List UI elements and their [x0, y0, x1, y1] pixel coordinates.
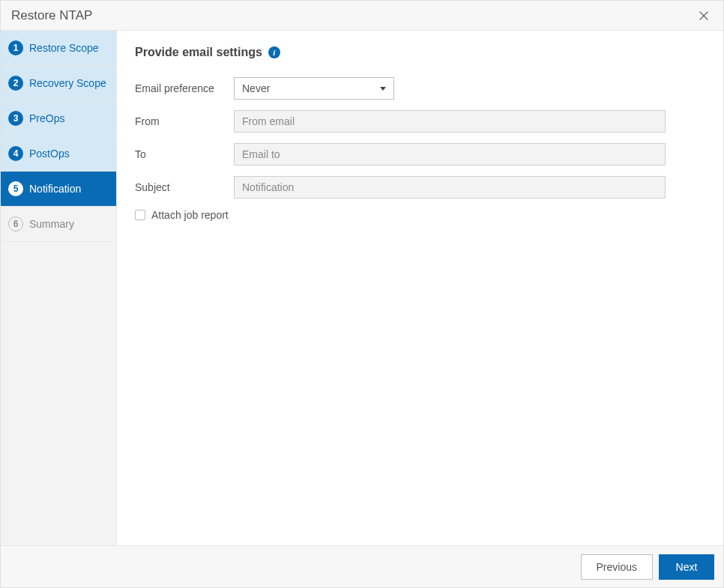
wizard-sidebar: 1 Restore Scope 2 Recovery Scope 3 PreOp…	[1, 31, 117, 545]
step-label: Restore Scope	[29, 42, 99, 54]
close-icon	[698, 10, 710, 22]
attach-job-report-label[interactable]: Attach job report	[151, 209, 229, 221]
subject-label: Subject	[135, 181, 234, 193]
attach-job-report-checkbox[interactable]	[135, 210, 145, 220]
step-postops[interactable]: 4 PostOps	[1, 136, 116, 172]
step-number-badge: 2	[8, 76, 23, 91]
step-label: Notification	[29, 183, 81, 195]
dialog-header: Restore NTAP	[1, 1, 723, 31]
to-input[interactable]	[234, 143, 666, 166]
subject-input[interactable]	[234, 176, 666, 198]
step-summary[interactable]: 6 Summary	[1, 207, 116, 242]
step-label: PostOps	[29, 148, 70, 160]
email-preference-value: Never	[242, 82, 270, 94]
step-number-badge: 4	[8, 146, 23, 161]
dialog-footer: Previous Next	[1, 545, 723, 587]
info-icon[interactable]: i	[268, 46, 280, 58]
close-button[interactable]	[695, 7, 713, 25]
email-preference-select[interactable]: Never	[234, 77, 394, 100]
step-number-badge: 3	[8, 111, 23, 126]
step-number-badge: 6	[8, 216, 23, 231]
step-label: Summary	[29, 218, 74, 230]
previous-button[interactable]: Previous	[581, 554, 653, 580]
from-input[interactable]	[234, 110, 666, 133]
main-panel: Provide email settings i Email preferenc…	[117, 31, 723, 545]
step-preops[interactable]: 3 PreOps	[1, 101, 116, 136]
step-restore-scope[interactable]: 1 Restore Scope	[1, 31, 116, 66]
step-recovery-scope[interactable]: 2 Recovery Scope	[1, 66, 116, 101]
email-preference-label: Email preference	[135, 82, 234, 94]
step-number-badge: 1	[8, 40, 23, 55]
step-label: PreOps	[29, 112, 64, 124]
step-notification[interactable]: 5 Notification	[1, 172, 116, 207]
step-label: Recovery Scope	[29, 77, 106, 89]
section-title: Provide email settings	[135, 46, 262, 59]
next-button[interactable]: Next	[659, 554, 714, 580]
chevron-down-icon	[380, 87, 386, 91]
dialog-title: Restore NTAP	[11, 8, 92, 23]
section-title-row: Provide email settings i	[135, 46, 705, 59]
from-label: From	[135, 115, 234, 127]
to-label: To	[135, 148, 234, 160]
step-number-badge: 5	[8, 181, 23, 196]
